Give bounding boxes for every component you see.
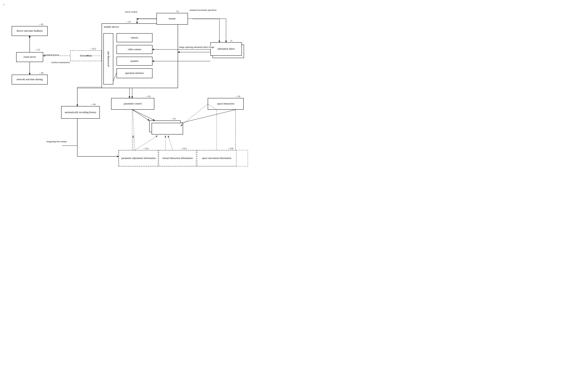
ref-513: —513 <box>90 47 96 50</box>
sensors-box: sensors <box>117 33 152 42</box>
auto-recording-box: automatically recording history <box>61 106 100 119</box>
video-camera-label: video camera <box>128 48 141 51</box>
svg-line-43 <box>133 110 135 150</box>
image-capturing-label: image capturing substantial object image <box>179 46 214 49</box>
space-interaction-label: space interaction <box>217 102 234 105</box>
ref-512: —512 <box>181 147 187 150</box>
param-adj-info-label: parameter adjustment information <box>121 157 156 160</box>
svg-line-5 <box>132 110 149 121</box>
manual-movement-label: manual movement operation <box>190 9 217 12</box>
virtual-interact-info-label: virtual interaction information <box>162 157 193 160</box>
virtual-interact-info-box: virtual interaction information <box>159 150 196 166</box>
ref-56: —56 <box>39 71 43 74</box>
device-feedback-box: device real-time feedback <box>12 26 48 36</box>
cloud-server-box: cloud server <box>16 52 43 62</box>
ref-11: 11 <box>230 39 233 42</box>
substantial-object-box: substantial object <box>210 42 242 56</box>
wireless-transmission-label: wireless transmission <box>51 61 70 64</box>
history-data-label: history data <box>80 54 92 57</box>
substantial-object-label: substantial object <box>217 47 235 51</box>
param-adj-info-box: parameter adjustment information <box>119 150 158 166</box>
virtual-object-shadow <box>152 123 183 135</box>
network-sharing-box: network real-time sharing <box>12 75 48 84</box>
monitor-box: monitor <box>117 57 152 66</box>
ref-10: —10 <box>126 20 131 23</box>
cloud-server-label: cloud server <box>24 55 36 59</box>
mobile-device-label: mobile device <box>104 25 119 29</box>
ref-13: 13 <box>176 10 179 13</box>
network-sharing-label: network real-time sharing <box>17 78 43 81</box>
sensors-label: sensors <box>131 36 138 39</box>
ref-1: 1 <box>3 3 4 6</box>
diagram: 1 <box>0 0 282 196</box>
history-data-box: history data <box>70 50 102 61</box>
parameter-control-box: parameter control <box>111 98 154 110</box>
ref-510: —510 <box>227 147 234 150</box>
device-feedback-label: device real-time feedback <box>17 29 43 33</box>
svg-line-40 <box>168 136 173 150</box>
ref-52: —52 <box>235 95 240 98</box>
learner-label: learner <box>169 17 176 20</box>
ref-54: —54 <box>91 103 96 106</box>
ref-14: —14 <box>171 117 176 120</box>
reception-process-label: reception process <box>44 54 59 56</box>
ref-53: —53 <box>146 95 150 98</box>
processing-unit-box: processing unit <box>103 33 113 84</box>
touch-control-label: touch control <box>125 10 138 14</box>
space-interaction-box: space interaction <box>208 98 244 110</box>
ref-511: —511 <box>143 147 149 150</box>
processing-unit-label: processing unit <box>107 51 110 67</box>
monitor-label: monitor <box>131 59 138 63</box>
integrating-time-label: integrating time stamps <box>46 140 67 143</box>
operation-interface-box: operation interface <box>117 68 152 78</box>
parameter-control-label: parameter control <box>124 102 141 105</box>
svg-line-34 <box>181 104 208 126</box>
learner-box: learner <box>156 13 188 25</box>
space-movement-info-label: space movement information <box>202 157 231 160</box>
operation-interface-label: operation interface <box>125 71 144 75</box>
ref-55: —55 <box>39 23 43 26</box>
ref-12: —12 <box>35 48 40 51</box>
svg-line-33 <box>133 110 155 121</box>
video-camera-box: video camera <box>117 45 152 54</box>
space-movement-info-box: space movement information <box>197 150 236 166</box>
auto-recording-label: automatically recording history <box>65 111 96 114</box>
